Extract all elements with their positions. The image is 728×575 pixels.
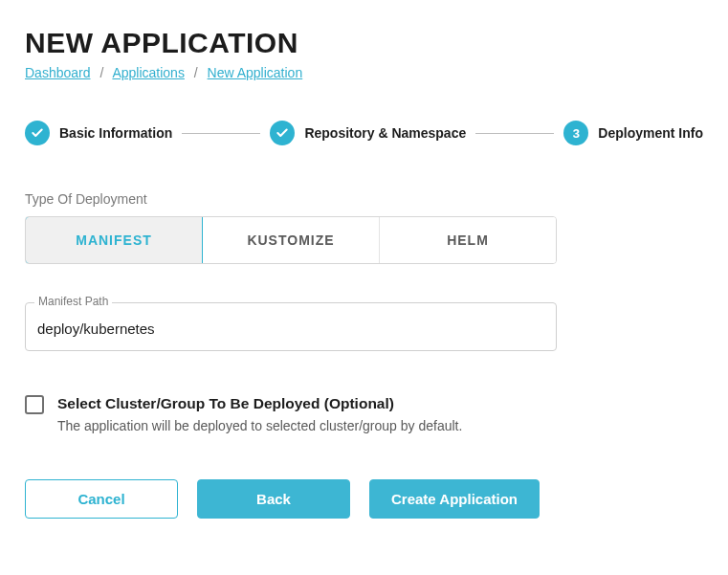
step-connector [182, 133, 260, 134]
check-icon [25, 121, 50, 145]
manifest-path-label: Manifest Path [34, 295, 112, 308]
cluster-select-description: The application will be deployed to sele… [57, 418, 462, 433]
deployment-type-option-helm[interactable]: HELM [380, 217, 556, 263]
step-connector [475, 133, 554, 134]
footer-actions: Cancel Back Create Application [25, 479, 703, 519]
step-label: Deployment Info [598, 125, 703, 141]
breadcrumb: Dashboard / Applications / New Applicati… [25, 65, 703, 80]
step-label: Basic Information [59, 125, 172, 141]
check-icon [270, 121, 295, 145]
cluster-select-row: Select Cluster/Group To Be Deployed (Opt… [25, 395, 703, 433]
cluster-select-title: Select Cluster/Group To Be Deployed (Opt… [57, 395, 462, 412]
manifest-path-field: Manifest Path [25, 302, 557, 351]
deployment-type-option-manifest[interactable]: MANIFEST [25, 216, 203, 264]
breadcrumb-separator: / [194, 65, 198, 80]
deployment-type-label: Type Of Deployment [25, 191, 703, 207]
breadcrumb-separator: / [99, 65, 103, 80]
cluster-select-checkbox[interactable] [25, 395, 44, 414]
step-deployment-info[interactable]: 3 Deployment Info [563, 121, 703, 145]
step-number-badge: 3 [563, 121, 588, 145]
create-application-button[interactable]: Create Application [369, 479, 540, 519]
deployment-type-option-kustomize[interactable]: KUSTOMIZE [203, 217, 380, 263]
step-label: Repository & Namespace [304, 125, 466, 141]
step-basic-information[interactable]: Basic Information [25, 121, 172, 145]
back-button[interactable]: Back [197, 479, 350, 519]
cancel-button[interactable]: Cancel [25, 479, 178, 519]
step-repository-namespace[interactable]: Repository & Namespace [270, 121, 466, 145]
deployment-type-selector: MANIFEST KUSTOMIZE HELM [25, 216, 557, 264]
breadcrumb-link-dashboard[interactable]: Dashboard [25, 65, 91, 80]
breadcrumb-link-applications[interactable]: Applications [112, 65, 185, 80]
breadcrumb-link-new-application[interactable]: New Application [208, 65, 303, 80]
page-title: NEW APPLICATION [25, 27, 703, 59]
manifest-path-input[interactable] [25, 302, 557, 351]
stepper: Basic Information Repository & Namespace… [25, 121, 703, 145]
